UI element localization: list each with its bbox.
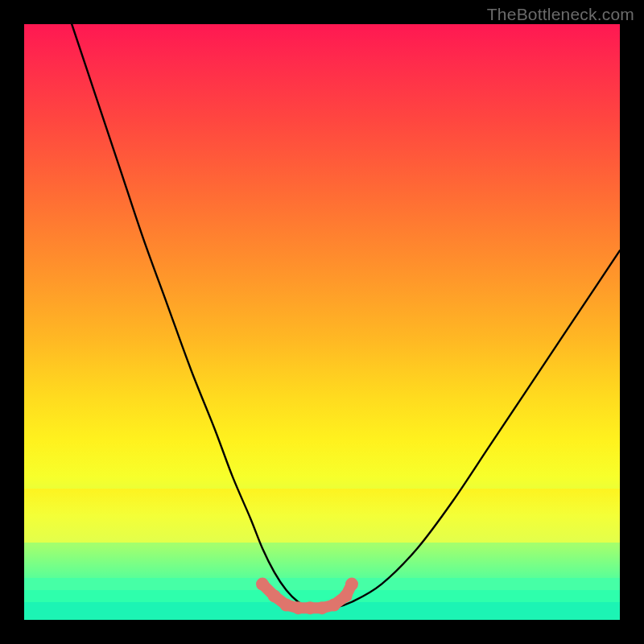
bottom-marker-dots <box>256 578 358 615</box>
marker-dot <box>280 599 293 612</box>
bottleneck-curve <box>72 24 620 609</box>
chart-stage: TheBottleneck.com <box>0 0 644 644</box>
marker-dot <box>340 589 353 602</box>
watermark-text: TheBottleneck.com <box>487 5 634 24</box>
marker-dot <box>256 578 269 591</box>
marker-dot <box>328 599 341 612</box>
marker-dot <box>303 601 316 614</box>
marker-dot <box>345 578 358 591</box>
marker-dot <box>268 589 281 602</box>
marker-dot <box>291 601 304 614</box>
plot-area <box>24 24 620 620</box>
marker-dot <box>316 601 328 614</box>
curve-layer <box>24 24 620 620</box>
